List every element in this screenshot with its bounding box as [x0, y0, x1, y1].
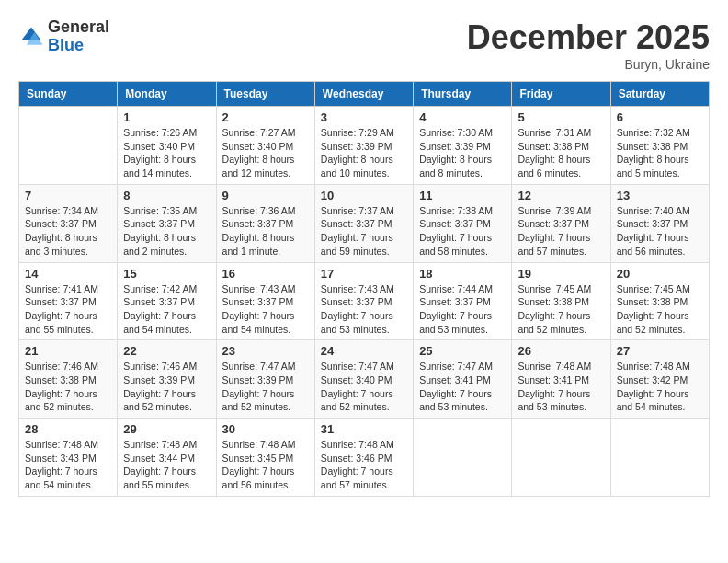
logo-general-text: General [48, 18, 109, 37]
calendar-cell: 20Sunrise: 7:45 AM Sunset: 3:38 PM Dayli… [610, 262, 709, 340]
day-info: Sunrise: 7:42 AM Sunset: 3:37 PM Dayligh… [123, 282, 210, 337]
calendar-table: SundayMondayTuesdayWednesdayThursdayFrid… [18, 81, 710, 497]
calendar-cell: 2Sunrise: 7:27 AM Sunset: 3:40 PM Daylig… [216, 107, 314, 185]
day-info: Sunrise: 7:47 AM Sunset: 3:39 PM Dayligh… [222, 360, 309, 414]
day-info: Sunrise: 7:34 AM Sunset: 3:37 PM Dayligh… [25, 204, 111, 259]
day-info: Sunrise: 7:47 AM Sunset: 3:41 PM Dayligh… [419, 360, 506, 414]
calendar-cell: 10Sunrise: 7:37 AM Sunset: 3:37 PM Dayli… [314, 184, 413, 262]
calendar-cell: 6Sunrise: 7:32 AM Sunset: 3:38 PM Daylig… [610, 107, 709, 185]
day-number: 25 [419, 344, 506, 358]
calendar-cell: 15Sunrise: 7:42 AM Sunset: 3:37 PM Dayli… [118, 262, 216, 340]
calendar-cell: 24Sunrise: 7:47 AM Sunset: 3:40 PM Dayli… [314, 340, 413, 419]
logo-text: General Blue [48, 18, 109, 55]
title-block: December 2025 Buryn, Ukraine [467, 18, 710, 72]
calendar-week-row: 21Sunrise: 7:46 AM Sunset: 3:38 PM Dayli… [19, 340, 710, 419]
day-number: 20 [617, 267, 703, 281]
day-info: Sunrise: 7:27 AM Sunset: 3:40 PM Dayligh… [222, 126, 309, 180]
day-number: 15 [123, 267, 210, 281]
calendar-cell: 4Sunrise: 7:30 AM Sunset: 3:39 PM Daylig… [414, 107, 512, 185]
day-info: Sunrise: 7:37 AM Sunset: 3:37 PM Dayligh… [321, 204, 407, 259]
calendar-cell: 31Sunrise: 7:48 AM Sunset: 3:46 PM Dayli… [314, 419, 413, 497]
calendar-cell [610, 419, 709, 497]
day-number: 18 [419, 267, 506, 281]
day-number: 2 [222, 110, 309, 124]
calendar-cell: 16Sunrise: 7:43 AM Sunset: 3:37 PM Dayli… [216, 262, 314, 340]
day-info: Sunrise: 7:29 AM Sunset: 3:39 PM Dayligh… [321, 126, 407, 180]
location: Buryn, Ukraine [467, 57, 710, 72]
day-info: Sunrise: 7:47 AM Sunset: 3:40 PM Dayligh… [321, 360, 407, 414]
calendar-header-row: SundayMondayTuesdayWednesdayThursdayFrid… [19, 82, 710, 107]
day-info: Sunrise: 7:48 AM Sunset: 3:43 PM Dayligh… [25, 438, 111, 492]
day-info: Sunrise: 7:30 AM Sunset: 3:39 PM Dayligh… [419, 126, 506, 180]
calendar-week-row: 7Sunrise: 7:34 AM Sunset: 3:37 PM Daylig… [19, 184, 710, 262]
day-info: Sunrise: 7:36 AM Sunset: 3:37 PM Dayligh… [222, 204, 309, 259]
day-info: Sunrise: 7:48 AM Sunset: 3:41 PM Dayligh… [518, 360, 604, 414]
day-info: Sunrise: 7:48 AM Sunset: 3:44 PM Dayligh… [123, 438, 210, 492]
day-info: Sunrise: 7:46 AM Sunset: 3:38 PM Dayligh… [25, 360, 111, 414]
calendar-cell: 17Sunrise: 7:43 AM Sunset: 3:37 PM Dayli… [314, 262, 413, 340]
day-number: 28 [25, 422, 111, 436]
calendar-cell: 30Sunrise: 7:48 AM Sunset: 3:45 PM Dayli… [216, 419, 314, 497]
day-info: Sunrise: 7:35 AM Sunset: 3:37 PM Dayligh… [123, 204, 210, 259]
day-number: 6 [617, 110, 703, 124]
weekday-header: Tuesday [216, 82, 314, 107]
day-info: Sunrise: 7:39 AM Sunset: 3:37 PM Dayligh… [518, 204, 604, 259]
day-number: 29 [123, 422, 210, 436]
logo-icon [18, 24, 44, 50]
day-info: Sunrise: 7:38 AM Sunset: 3:37 PM Dayligh… [419, 204, 506, 259]
calendar-cell: 18Sunrise: 7:44 AM Sunset: 3:37 PM Dayli… [414, 262, 512, 340]
calendar-cell: 12Sunrise: 7:39 AM Sunset: 3:37 PM Dayli… [512, 184, 610, 262]
day-info: Sunrise: 7:26 AM Sunset: 3:40 PM Dayligh… [123, 126, 210, 180]
calendar-cell: 7Sunrise: 7:34 AM Sunset: 3:37 PM Daylig… [19, 184, 118, 262]
day-info: Sunrise: 7:46 AM Sunset: 3:39 PM Dayligh… [123, 360, 210, 414]
day-number: 17 [321, 267, 407, 281]
day-info: Sunrise: 7:31 AM Sunset: 3:38 PM Dayligh… [518, 126, 604, 180]
calendar-week-row: 14Sunrise: 7:41 AM Sunset: 3:37 PM Dayli… [19, 262, 710, 340]
day-number: 7 [25, 189, 111, 202]
logo-blue-text: Blue [48, 37, 109, 55]
calendar-cell: 11Sunrise: 7:38 AM Sunset: 3:37 PM Dayli… [414, 184, 512, 262]
day-number: 9 [222, 189, 309, 202]
weekday-header: Monday [118, 82, 216, 107]
page-header: General Blue December 2025 Buryn, Ukrain… [18, 18, 710, 72]
day-number: 21 [25, 344, 111, 358]
calendar-cell: 26Sunrise: 7:48 AM Sunset: 3:41 PM Dayli… [512, 340, 610, 419]
day-number: 23 [222, 344, 309, 358]
day-number: 11 [419, 189, 506, 202]
day-info: Sunrise: 7:41 AM Sunset: 3:37 PM Dayligh… [25, 282, 111, 337]
calendar-cell: 9Sunrise: 7:36 AM Sunset: 3:37 PM Daylig… [216, 184, 314, 262]
day-number: 5 [518, 110, 604, 124]
logo: General Blue [18, 18, 109, 55]
calendar-cell: 29Sunrise: 7:48 AM Sunset: 3:44 PM Dayli… [118, 419, 216, 497]
day-number: 8 [123, 189, 210, 202]
calendar-cell: 28Sunrise: 7:48 AM Sunset: 3:43 PM Dayli… [19, 419, 118, 497]
day-number: 4 [419, 110, 506, 124]
day-number: 14 [25, 267, 111, 281]
day-number: 22 [123, 344, 210, 358]
weekday-header: Friday [512, 82, 610, 107]
calendar-cell: 3Sunrise: 7:29 AM Sunset: 3:39 PM Daylig… [314, 107, 413, 185]
day-info: Sunrise: 7:40 AM Sunset: 3:37 PM Dayligh… [617, 204, 703, 259]
day-info: Sunrise: 7:43 AM Sunset: 3:37 PM Dayligh… [222, 282, 309, 337]
calendar-week-row: 28Sunrise: 7:48 AM Sunset: 3:43 PM Dayli… [19, 419, 710, 497]
day-info: Sunrise: 7:32 AM Sunset: 3:38 PM Dayligh… [617, 126, 703, 180]
weekday-header: Thursday [414, 82, 512, 107]
day-number: 31 [321, 422, 407, 436]
day-info: Sunrise: 7:44 AM Sunset: 3:37 PM Dayligh… [419, 282, 506, 337]
calendar-cell [512, 419, 610, 497]
day-number: 16 [222, 267, 309, 281]
day-number: 27 [617, 344, 703, 358]
calendar-cell: 1Sunrise: 7:26 AM Sunset: 3:40 PM Daylig… [118, 107, 216, 185]
calendar-cell: 21Sunrise: 7:46 AM Sunset: 3:38 PM Dayli… [19, 340, 118, 419]
calendar-cell: 23Sunrise: 7:47 AM Sunset: 3:39 PM Dayli… [216, 340, 314, 419]
day-number: 3 [321, 110, 407, 124]
day-number: 12 [518, 189, 604, 202]
day-info: Sunrise: 7:45 AM Sunset: 3:38 PM Dayligh… [617, 282, 703, 337]
calendar-cell: 14Sunrise: 7:41 AM Sunset: 3:37 PM Dayli… [19, 262, 118, 340]
day-info: Sunrise: 7:48 AM Sunset: 3:45 PM Dayligh… [222, 438, 309, 492]
month-title: December 2025 [467, 18, 710, 57]
day-info: Sunrise: 7:45 AM Sunset: 3:38 PM Dayligh… [518, 282, 604, 337]
day-number: 10 [321, 189, 407, 202]
day-number: 1 [123, 110, 210, 124]
day-info: Sunrise: 7:43 AM Sunset: 3:37 PM Dayligh… [321, 282, 407, 337]
